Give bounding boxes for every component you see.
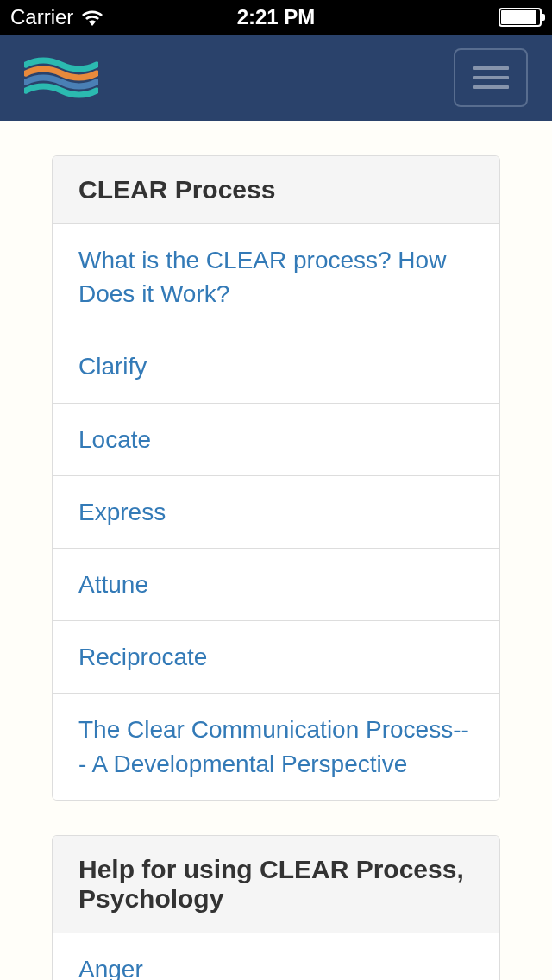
list-item: Clarify bbox=[53, 330, 499, 403]
list-item: Express bbox=[53, 476, 499, 549]
list-item: What is the CLEAR process? How Does it W… bbox=[53, 224, 499, 330]
list-item: Attune bbox=[53, 549, 499, 621]
list-item: Anger bbox=[53, 933, 499, 980]
wifi-icon bbox=[80, 9, 104, 26]
panel-header: CLEAR Process bbox=[53, 156, 499, 224]
link-anger[interactable]: Anger bbox=[78, 956, 143, 980]
main-content: CLEAR Process What is the CLEAR process?… bbox=[0, 121, 552, 980]
app-logo[interactable] bbox=[24, 54, 98, 101]
link-clarify[interactable]: Clarify bbox=[78, 353, 147, 380]
status-right bbox=[499, 8, 542, 27]
carrier-label: Carrier bbox=[10, 5, 73, 29]
status-bar: Carrier 2:21 PM bbox=[0, 0, 552, 35]
link-developmental-perspective[interactable]: The Clear Communication Process--- A Dev… bbox=[78, 716, 469, 776]
panel-clear-process: CLEAR Process What is the CLEAR process?… bbox=[52, 155, 500, 801]
battery-icon bbox=[499, 8, 542, 27]
link-reciprocate[interactable]: Reciprocate bbox=[78, 644, 207, 670]
panel-help: Help for using CLEAR Process, Psychology… bbox=[52, 835, 500, 980]
status-time: 2:21 PM bbox=[237, 5, 316, 29]
menu-button[interactable] bbox=[454, 48, 528, 107]
link-what-is-clear[interactable]: What is the CLEAR process? How Does it W… bbox=[78, 247, 446, 307]
link-attune[interactable]: Attune bbox=[78, 571, 148, 598]
panel-header: Help for using CLEAR Process, Psychology bbox=[53, 836, 499, 933]
link-express[interactable]: Express bbox=[78, 499, 166, 525]
status-left: Carrier bbox=[10, 5, 104, 29]
nav-bar bbox=[0, 35, 552, 121]
list-item: Reciprocate bbox=[53, 621, 499, 694]
list-item: The Clear Communication Process--- A Dev… bbox=[53, 694, 499, 799]
list-item: Locate bbox=[53, 404, 499, 476]
hamburger-icon bbox=[473, 66, 509, 70]
link-locate[interactable]: Locate bbox=[78, 426, 151, 453]
